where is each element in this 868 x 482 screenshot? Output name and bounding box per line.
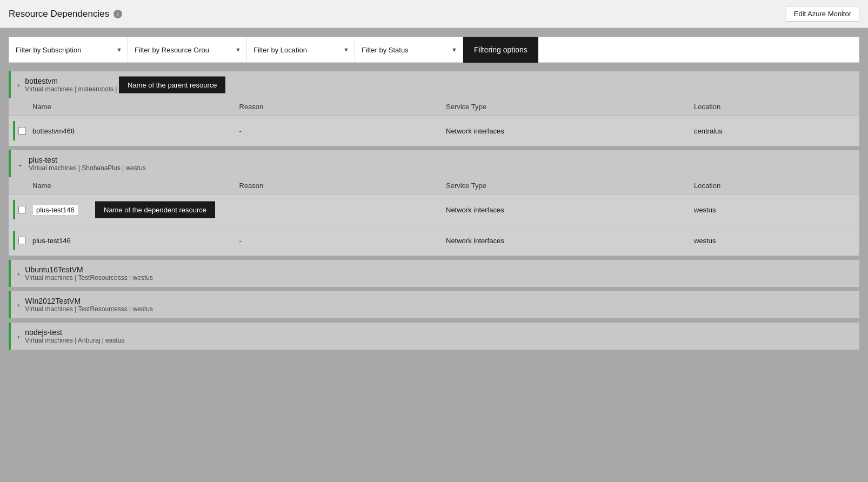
dep-svctype-bottestvm468: Network interfaces [446,127,694,135]
filter-subscription-select[interactable]: Filter by Subscription [9,37,128,63]
filter-status-select[interactable]: Filter by Status [355,37,463,63]
resource-meta-nodejs: Virtual machines | Anburaj | eastus [25,337,124,344]
dep-location-plus-test146-1: westus [694,206,859,214]
filter-bar: Filter by Subscription ▼ Filter by Resou… [9,37,859,63]
resource-name-ubuntu16: Ubuntu16TestVM [25,265,153,274]
filter-resource-group-wrapper[interactable]: Filter by Resource Grou ▼ [128,37,247,63]
col-header-reason: Reason [239,103,446,111]
resource-name-plus-test: plus-test [29,156,146,164]
filter-status-wrapper[interactable]: Filter by Status ▼ [355,37,463,63]
resource-group-nodejs: › nodejs-test Virtual machines | Anburaj… [9,323,859,350]
table-row: plus-test146 - Network interfaces westus [9,225,859,256]
chevron-right-icon: › [17,332,19,340]
row-checkbox[interactable] [18,206,26,213]
col-header-name: Name [30,103,239,111]
content-area: Filter by Subscription ▼ Filter by Resou… [0,28,868,482]
dep-svctype-plus-test146-2: Network interfaces [446,237,694,245]
resource-name-nodejs: nodejs-test [25,328,124,337]
chevron-right-icon: › [17,301,19,309]
resource-group-plus-test: ⌄ plus-test Virtual machines | ShobanaPl… [9,150,859,256]
dep-name-plus-test146-1[interactable]: plus-test146 Name of the dependent resou… [30,204,239,216]
row-checkbox[interactable] [18,127,26,135]
resource-group-win2012: › WIn2012TestVM Virtual machines | TestR… [9,291,859,318]
resource-group-header-win2012[interactable]: › WIn2012TestVM Virtual machines | TestR… [9,291,859,318]
table-row: plus-test146 Name of the dependent resou… [9,195,859,225]
table-row: bottestvm468 - Network interfaces centra… [9,116,859,146]
top-bar: Resource Dependencies i Edit Azure Monit… [0,0,868,28]
resource-group-header-plus-test[interactable]: ⌄ plus-test Virtual machines | ShobanaPl… [9,150,859,177]
dep-reason-bottestvm468: - [239,127,446,135]
resource-meta-ubuntu16: Virtual machines | TestResourcesss | wes… [25,274,153,282]
resource-group-header-nodejs[interactable]: › nodejs-test Virtual machines | Anburaj… [9,323,859,350]
page-title: Resource Dependencies [9,9,109,19]
info-icon[interactable]: i [113,10,122,18]
resource-table-plus-test: Name Reason Service Type Location plus-t… [9,177,859,256]
chevron-right-icon: › [17,81,19,89]
filter-subscription-wrapper[interactable]: Filter by Subscription ▼ [9,37,128,63]
col-header-location: Location [694,103,859,111]
col-header-svctype-2: Service Type [446,182,694,190]
resource-group-bottestvm: › bottestvm Virtual machines | msteambot… [9,71,859,146]
col-header-reason-2: Reason [239,182,446,190]
chevron-down-icon: ⌄ [17,160,23,168]
chevron-right-icon: › [17,270,19,278]
col-header-location-2: Location [694,182,859,190]
resource-group-header-bottestvm[interactable]: › bottestvm Virtual machines | msteambot… [9,71,859,98]
dep-reason-plus-test146-2: - [239,237,446,245]
col-header-name-2: Name [30,182,239,190]
resource-name-bottestvm: bottestvm [25,77,145,85]
resource-group-header-ubuntu16[interactable]: › Ubuntu16TestVM Virtual machines | Test… [9,260,859,287]
resource-meta-plus-test: Virtual machines | ShobanaPlus | westus [29,164,146,172]
row-checkbox[interactable] [18,237,26,244]
filter-location-select[interactable]: Filter by Location [247,37,355,63]
dep-location-bottestvm468: centralus [694,127,859,135]
dep-location-plus-test146-2: westus [694,237,859,245]
dep-name-plus-test146-2[interactable]: plus-test146 [30,237,239,245]
filtering-options-label: Filtering options [463,37,538,63]
dep-name-bottestvm468[interactable]: bottestvm468 [30,127,239,135]
dependent-resource-tooltip: Name of the dependent resource [95,202,215,218]
filter-resource-group-select[interactable]: Filter by Resource Grou [128,37,246,63]
resource-table-bottestvm: Name Reason Service Type Location bottes… [9,98,859,146]
resource-meta-bottestvm: Virtual machines | msteambots | centralu… [25,85,145,93]
col-header-service-type: Service Type [446,103,694,111]
resource-name-win2012: WIn2012TestVM [25,297,153,305]
filter-location-wrapper[interactable]: Filter by Location ▼ [247,37,355,63]
resource-meta-win2012: Virtual machines | TestResourcesss | wes… [25,305,153,313]
dep-svctype-plus-test146-1: Network interfaces [446,206,694,214]
resource-group-ubuntu16: › Ubuntu16TestVM Virtual machines | Test… [9,260,859,287]
edit-azure-monitor-button[interactable]: Edit Azure Monitor [786,6,859,22]
